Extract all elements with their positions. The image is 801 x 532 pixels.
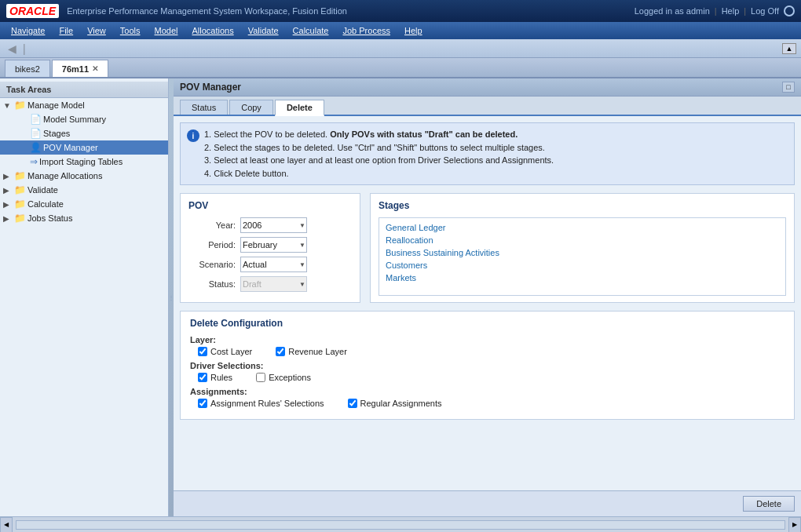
cost-layer-checkbox[interactable] — [198, 347, 207, 356]
stage-reallocation[interactable]: Reallocation — [382, 234, 782, 246]
menu-model[interactable]: Model — [148, 24, 185, 37]
sidebar: Task Areas ▼ 📁 Manage Model 📄 Model Summ… — [0, 78, 169, 516]
tab-status[interactable]: Status — [180, 100, 228, 115]
expand-jobs-icon: ▶ — [3, 214, 13, 223]
power-icon[interactable] — [784, 5, 795, 16]
tab-copy[interactable]: Copy — [229, 100, 273, 115]
stage-markets[interactable]: Markets — [382, 271, 782, 284]
tab-delete[interactable]: Delete — [275, 100, 324, 116]
stages-section: Stages General Ledger Reallocation Busin… — [370, 193, 795, 303]
delete-configuration: Delete Configuration Layer: Cost Layer R… — [180, 311, 795, 420]
expand-calculate-icon: ▶ — [3, 200, 13, 209]
sidebar-label-calculate: Calculate — [27, 199, 64, 209]
sidebar-item-manage-allocations[interactable]: ▶ 📁 Manage Allocations — [0, 169, 168, 183]
assignment-rules-label: Assignment Rules' Selections — [210, 399, 324, 408]
driver-checkbox-row: Rules Exceptions — [190, 373, 785, 382]
status-label: Status: — [188, 279, 236, 289]
toolbar-right: ▲ — [782, 43, 796, 54]
sidebar-title: Task Areas — [0, 82, 168, 98]
scroll-left-button[interactable]: ◀ — [0, 517, 13, 533]
regular-assignments-checkbox[interactable] — [348, 399, 357, 408]
assignment-rules-item[interactable]: Assignment Rules' Selections — [198, 399, 324, 408]
assignments-section: Assignments: Assignment Rules' Selection… — [190, 387, 785, 408]
stages-list: General Ledger Reallocation Business Sus… — [379, 217, 786, 296]
assignments-label: Assignments: — [190, 387, 785, 396]
tab-76m11[interactable]: 76m11 ✕ — [52, 60, 108, 77]
sidebar-item-jobs-status[interactable]: ▶ 📁 Jobs Status — [0, 211, 168, 225]
menu-file[interactable]: File — [53, 24, 79, 37]
inner-tabs: Status Copy Delete — [174, 97, 801, 116]
menu-allocations[interactable]: Allocations — [185, 24, 240, 37]
sidebar-item-stages[interactable]: 📄 Stages — [0, 126, 168, 140]
logoff-link[interactable]: Log Off — [751, 6, 779, 16]
bottom-bar: Delete — [174, 490, 801, 516]
app-title: Enterprise Performance Management System… — [67, 6, 627, 16]
right-panel: POV Manager □ Status Copy Delete i 1. Se… — [174, 78, 801, 516]
pov-section-title: POV — [188, 200, 352, 211]
info-box: i 1. Select the POV to be deleted. Only … — [180, 122, 795, 185]
stages-section-title: Stages — [379, 200, 786, 211]
bottom-scrollbar[interactable]: ◀ ▶ — [0, 516, 801, 532]
stage-business-sustaining[interactable]: Business Sustaining Activities — [382, 246, 782, 259]
sidebar-item-pov-manager[interactable]: 👤 POV Manager — [0, 140, 168, 155]
stage-general-ledger[interactable]: General Ledger — [382, 221, 782, 234]
cost-layer-label: Cost Layer — [210, 347, 252, 356]
scenario-select[interactable]: Actual Budget — [240, 257, 307, 272]
panel-header: POV Manager □ — [174, 78, 801, 97]
year-select[interactable]: 2006 2007 2005 — [240, 217, 307, 233]
sidebar-item-manage-model[interactable]: ▼ 📁 Manage Model — [0, 98, 168, 112]
tab-bar: bikes2 76m11 ✕ — [0, 58, 801, 78]
sidebar-item-model-summary[interactable]: 📄 Model Summary — [0, 112, 168, 126]
info-line1: 1. Select the POV to be deleted. Only PO… — [204, 129, 518, 139]
import-icon: ⇒ — [30, 156, 38, 167]
panel-expand-button[interactable]: □ — [782, 82, 795, 93]
tab-close-icon[interactable]: ✕ — [92, 64, 98, 73]
content-body: i 1. Select the POV to be deleted. Only … — [174, 116, 801, 490]
rules-checkbox[interactable] — [198, 373, 207, 382]
tab-bikes2[interactable]: bikes2 — [5, 60, 50, 77]
period-select[interactable]: January February March — [240, 237, 307, 253]
person-icon-pov: 👤 — [30, 142, 42, 153]
sidebar-item-import-staging[interactable]: ⇒ Import Staging Tables — [0, 155, 168, 169]
menu-navigate[interactable]: Navigate — [5, 24, 51, 37]
doc-icon-stages: 📄 — [30, 128, 42, 139]
exceptions-checkbox[interactable] — [256, 373, 265, 382]
assignment-rules-checkbox[interactable] — [198, 399, 207, 408]
cost-layer-item[interactable]: Cost Layer — [198, 347, 252, 356]
sidebar-label-validate: Validate — [27, 185, 58, 195]
menu-view[interactable]: View — [81, 24, 112, 37]
exceptions-item[interactable]: Exceptions — [256, 373, 311, 382]
revenue-layer-item[interactable]: Revenue Layer — [276, 347, 347, 356]
form-row-status: Status: Draft ▼ — [188, 276, 352, 292]
scroll-track[interactable] — [16, 520, 785, 530]
menu-bar: Navigate File View Tools Model Allocatio… — [0, 22, 801, 39]
scroll-right-button[interactable]: ▶ — [788, 517, 801, 533]
delete-button[interactable]: Delete — [743, 496, 795, 512]
folder-icon-jobs: 📁 — [14, 213, 26, 224]
rules-item[interactable]: Rules — [198, 373, 232, 382]
sidebar-label-jobs-status: Jobs Status — [27, 213, 72, 223]
revenue-layer-checkbox[interactable] — [276, 347, 285, 356]
tab-delete-label: Delete — [287, 103, 313, 112]
maximize-button[interactable]: ▲ — [782, 43, 796, 54]
sidebar-label-import-staging: Import Staging Tables — [39, 157, 123, 166]
header-bar: ORACLE Enterprise Performance Management… — [0, 0, 801, 22]
help-link[interactable]: Help — [722, 6, 740, 16]
regular-assignments-item[interactable]: Regular Assignments — [348, 399, 442, 408]
back-arrow[interactable]: ◀ — [5, 42, 20, 55]
menu-tools[interactable]: Tools — [114, 24, 147, 37]
menu-calculate[interactable]: Calculate — [287, 24, 335, 37]
tab-copy-label: Copy — [241, 103, 262, 112]
layer-section: Layer: Cost Layer Revenue Layer — [190, 335, 785, 356]
layer-label: Layer: — [190, 335, 785, 344]
sidebar-label-manage-allocations: Manage Allocations — [27, 171, 102, 180]
menu-validate[interactable]: Validate — [242, 24, 285, 37]
info-icon: i — [187, 129, 199, 142]
menu-jobprocess[interactable]: Job Process — [336, 24, 397, 37]
menu-help[interactable]: Help — [398, 24, 429, 37]
folder-icon-validate: 📁 — [14, 184, 26, 195]
sidebar-item-calculate[interactable]: ▶ 📁 Calculate — [0, 197, 168, 211]
stage-customers[interactable]: Customers — [382, 259, 782, 271]
sidebar-item-validate[interactable]: ▶ 📁 Validate — [0, 183, 168, 197]
pov-stages-row: POV Year: 2006 2007 2005 ▼ — [180, 193, 795, 303]
